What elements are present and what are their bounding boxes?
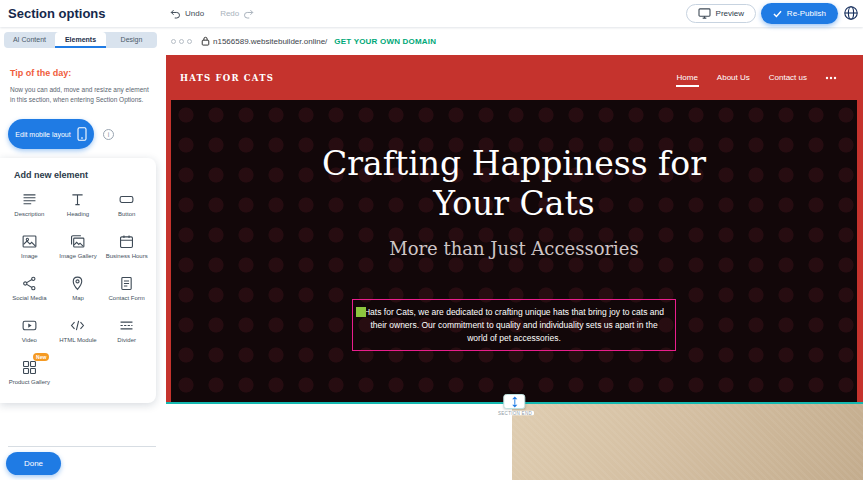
- sidebar-tabs: AI Content Elements Design: [4, 32, 157, 48]
- website-canvas: HATS FOR CATS Home About Us Contact us C…: [166, 55, 863, 480]
- redo-button[interactable]: Redo: [220, 9, 254, 19]
- site-url: n1566589.websitebuilder.online/: [213, 37, 327, 46]
- nav-more-button[interactable]: [825, 76, 837, 80]
- hero-title[interactable]: Crafting Happiness for Your Cats: [294, 144, 734, 223]
- element-grid: Description Heading Button Image Image G…: [0, 190, 156, 391]
- element-label: Button: [118, 211, 135, 219]
- top-toolbar: Section options Undo Redo Preview Re-Pub…: [0, 0, 863, 27]
- element-contact-form[interactable]: Contact Form: [102, 274, 151, 307]
- preview-button[interactable]: Preview: [686, 4, 756, 23]
- get-domain-link[interactable]: GET YOUR OWN DOMAIN: [334, 37, 436, 46]
- history-controls: Undo Redo: [170, 0, 254, 27]
- element-label: Video: [22, 337, 37, 345]
- element-label: Product Gallery: [9, 379, 50, 387]
- button-icon: [118, 191, 135, 208]
- undo-icon: [170, 9, 181, 19]
- html-module-icon: [69, 317, 86, 334]
- element-label: Map: [72, 295, 84, 303]
- section-options-sidebar: AI Content Elements Design Tip of the da…: [0, 27, 166, 480]
- tip-of-the-day-body: Now you can add, move and resize any ele…: [10, 85, 150, 105]
- language-globe-button[interactable]: [842, 5, 859, 22]
- element-video[interactable]: Video: [5, 316, 54, 349]
- ellipsis-icon: [825, 76, 837, 80]
- element-label: Heading: [67, 211, 89, 219]
- tip-of-the-day-title: Tip of the day:: [10, 68, 71, 78]
- element-image-gallery[interactable]: Image Gallery: [54, 232, 103, 265]
- hero-section[interactable]: Crafting Happiness for Your Cats More th…: [171, 100, 857, 402]
- browser-bar: n1566589.websitebuilder.online/ GET YOUR…: [166, 27, 863, 55]
- nav-item-home[interactable]: Home: [676, 69, 699, 87]
- undo-button[interactable]: Undo: [170, 9, 204, 19]
- lock-icon: [201, 32, 210, 50]
- heading-icon: [69, 191, 86, 208]
- preview-label: Preview: [716, 9, 744, 18]
- element-map[interactable]: Map: [54, 274, 103, 307]
- add-element-title: Add new element: [14, 170, 156, 180]
- redo-label: Redo: [220, 9, 239, 18]
- element-label: Image Gallery: [59, 253, 96, 261]
- element-social-media[interactable]: Social Media: [5, 274, 54, 307]
- check-icon: [773, 10, 782, 18]
- element-label: Image: [21, 253, 38, 261]
- browser-dot: [171, 39, 176, 44]
- nav-item-about[interactable]: About Us: [716, 69, 751, 87]
- undo-label: Undo: [185, 9, 204, 18]
- resize-vertical-icon: [510, 396, 519, 408]
- image-gallery-icon: [69, 233, 86, 250]
- tab-ai-content[interactable]: AI Content: [4, 32, 55, 48]
- site-nav: Home About Us Contact us: [676, 69, 838, 87]
- element-button[interactable]: Button: [102, 190, 151, 223]
- nav-item-contact[interactable]: Contact us: [768, 69, 808, 87]
- image-icon: [21, 233, 38, 250]
- drag-handle[interactable]: [356, 307, 366, 317]
- monitor-icon: [698, 8, 711, 19]
- product-gallery-icon: [21, 359, 38, 376]
- element-description[interactable]: Description: [5, 190, 54, 223]
- republish-label: Re-Publish: [787, 9, 826, 18]
- element-label: Contact Form: [108, 295, 144, 303]
- element-label: HTML Module: [59, 337, 96, 345]
- section-end-label: SECTION END: [495, 411, 534, 416]
- element-divider[interactable]: Divider: [102, 316, 151, 349]
- map-icon: [69, 275, 86, 292]
- globe-icon: [843, 5, 859, 21]
- element-product-gallery[interactable]: New Product Gallery: [5, 358, 54, 391]
- done-button[interactable]: Done: [6, 452, 61, 475]
- hero-paragraph-selected[interactable]: Hats for Cats, we are dedicated to craft…: [352, 299, 676, 351]
- hero-section-frame: Crafting Happiness for Your Cats More th…: [166, 100, 863, 402]
- description-icon: [21, 191, 38, 208]
- browser-dot: [187, 39, 192, 44]
- element-label: Business Hours: [106, 253, 148, 261]
- element-label: Divider: [117, 337, 136, 345]
- next-section-image: [512, 404, 863, 480]
- element-image[interactable]: Image: [5, 232, 54, 265]
- site-logo[interactable]: HATS FOR CATS: [180, 73, 274, 83]
- new-badge: New: [33, 353, 49, 361]
- contact-form-icon: [118, 275, 135, 292]
- element-heading[interactable]: Heading: [54, 190, 103, 223]
- business-hours-icon: [118, 233, 135, 250]
- element-html-module[interactable]: HTML Module: [54, 316, 103, 349]
- app-root: Section options Undo Redo Preview Re-Pub…: [0, 0, 863, 480]
- add-element-panel: Add new element Description Heading Butt…: [0, 158, 156, 403]
- element-label: Description: [14, 211, 44, 219]
- edit-mobile-layout-button[interactable]: Edit mobile layout: [8, 119, 94, 149]
- tab-elements[interactable]: Elements: [55, 32, 106, 48]
- video-icon: [21, 317, 38, 334]
- phone-icon: [77, 127, 87, 141]
- edit-mobile-label: Edit mobile layout: [15, 131, 70, 138]
- mobile-layout-row: Edit mobile layout i: [8, 119, 114, 149]
- element-business-hours[interactable]: Business Hours: [102, 232, 151, 265]
- republish-button[interactable]: Re-Publish: [761, 3, 838, 24]
- sidebar-divider: [8, 446, 156, 447]
- social-media-icon: [21, 275, 38, 292]
- resize-handle-box[interactable]: [504, 394, 526, 409]
- section-resize-handle[interactable]: SECTION END: [489, 394, 540, 416]
- hero-subtitle[interactable]: More than Just Accessories: [171, 238, 857, 259]
- tab-design[interactable]: Design: [106, 32, 157, 48]
- element-label: Social Media: [12, 295, 46, 303]
- divider-icon: [118, 317, 135, 334]
- page-title: Section options: [8, 6, 106, 21]
- site-header[interactable]: HATS FOR CATS Home About Us Contact us: [166, 55, 863, 100]
- info-icon[interactable]: i: [103, 129, 114, 140]
